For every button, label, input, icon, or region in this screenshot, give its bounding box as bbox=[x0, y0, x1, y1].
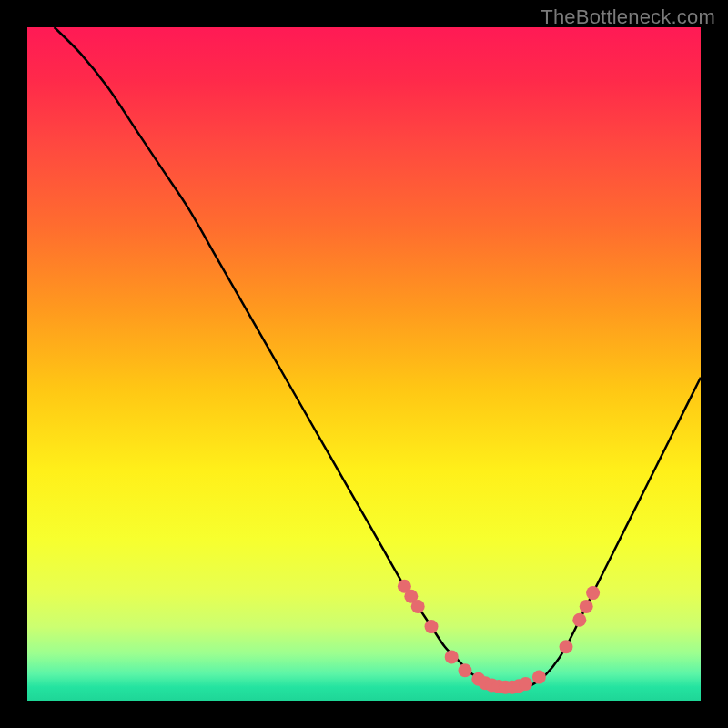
curve-markers bbox=[398, 580, 600, 694]
plot-area bbox=[27, 27, 701, 701]
curve-marker bbox=[519, 677, 532, 691]
chart-svg bbox=[27, 27, 701, 701]
bottleneck-curve bbox=[55, 27, 701, 688]
watermark-text: TheBottleneck.com bbox=[541, 5, 715, 29]
curve-marker bbox=[586, 586, 600, 600]
curve-marker bbox=[445, 650, 459, 663]
curve-marker bbox=[572, 613, 586, 627]
curve-marker bbox=[560, 640, 573, 653]
curve-marker bbox=[580, 600, 593, 613]
curve-marker bbox=[532, 671, 546, 684]
curve-marker bbox=[411, 600, 425, 613]
curve-marker bbox=[459, 663, 472, 677]
curve-marker bbox=[425, 620, 439, 633]
